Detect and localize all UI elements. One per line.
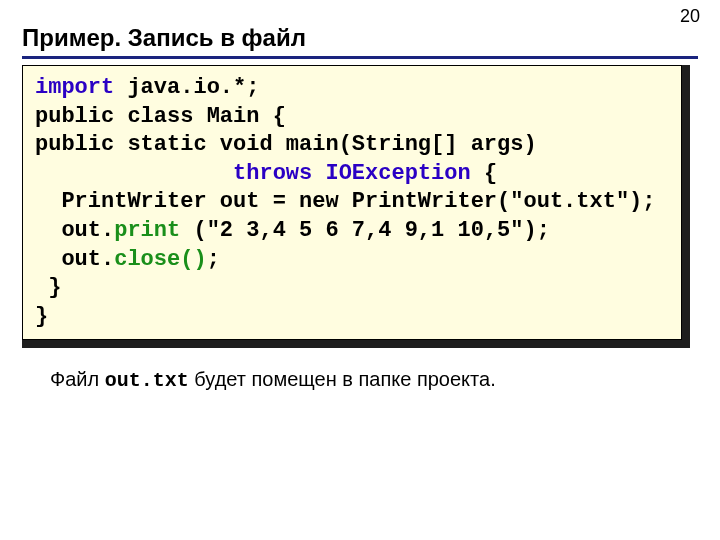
code-keyword-import: import <box>35 75 114 100</box>
code-text: public static void main(String[] args) <box>35 132 537 157</box>
caption-post: будет помещен в папке проекта. <box>189 368 496 390</box>
slide: 20 Пример. Запись в файл import java.io.… <box>0 0 720 540</box>
code-text: } <box>35 275 61 300</box>
caption-pre: Файл <box>50 368 105 390</box>
code-call-print: print <box>114 218 180 243</box>
code-block: import java.io.*; public class Main { pu… <box>22 65 682 340</box>
code-shadow: import java.io.*; public class Main { pu… <box>22 65 690 348</box>
caption: Файл out.txt будет помещен в папке проек… <box>50 368 698 392</box>
code-text: { <box>471 161 497 186</box>
code-indent <box>35 161 233 186</box>
code-text: out. <box>35 218 114 243</box>
code-text: ; <box>207 247 220 272</box>
page-number: 20 <box>680 6 700 27</box>
code-text: public class Main { <box>35 104 286 129</box>
code-text: } <box>35 304 48 329</box>
code-keyword-throws: throws IOException <box>233 161 471 186</box>
code-call-close: close() <box>114 247 206 272</box>
code-text: PrintWriter out = new PrintWriter("out.t… <box>35 189 656 214</box>
slide-title: Пример. Запись в файл <box>22 24 698 59</box>
code-text: ("2 3,4 5 6 7,4 9,1 10,5"); <box>180 218 550 243</box>
caption-filename: out.txt <box>105 369 189 392</box>
code-text: out. <box>35 247 114 272</box>
code-text: java.io.*; <box>114 75 259 100</box>
